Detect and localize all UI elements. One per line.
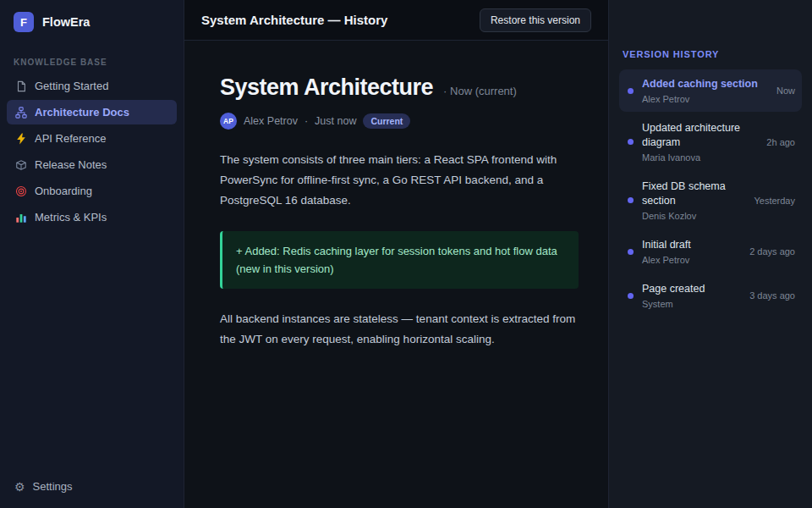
brand: F FlowEra	[0, 0, 184, 46]
avatar: AP	[220, 113, 237, 130]
app-logo: F	[14, 12, 34, 32]
sidebar-item-label: Onboarding	[35, 185, 92, 197]
app-name: FlowEra	[42, 15, 90, 29]
version-title: Page created	[642, 282, 741, 296]
box-icon	[14, 159, 27, 171]
target-icon	[14, 185, 27, 197]
version-title: Initial draft	[642, 238, 741, 252]
author-name: Alex Petrov	[244, 115, 298, 127]
version-history-list: Added caching section Alex Petrov Now Up…	[619, 69, 802, 317]
sidebar-item-release-notes[interactable]: Release Notes	[7, 152, 177, 177]
sidebar-item-label: Release Notes	[35, 158, 107, 171]
document-paragraph-1: The system consists of three main tiers:…	[220, 150, 579, 211]
version-author: Denis Kozlov	[642, 211, 745, 221]
main-area: System Architecture — History Restore th…	[184, 0, 608, 508]
document-title-row: System Architecture · Now (current)	[220, 75, 608, 101]
current-version-badge: Current	[363, 113, 410, 129]
sidebar-nav: Getting Started Architecture Docs API Re…	[0, 74, 184, 229]
document-icon	[14, 80, 27, 92]
version-author: Alex Petrov	[642, 94, 768, 104]
version-dot-icon	[628, 249, 634, 255]
version-author: Alex Petrov	[642, 255, 741, 265]
document-title: System Architecture	[220, 75, 433, 101]
version-time: Yesterday	[754, 196, 795, 206]
sidebar-item-label: API Reference	[35, 132, 107, 145]
gear-icon: ⚙	[14, 481, 25, 493]
version-item[interactable]: Fixed DB schema section Denis Kozlov Yes…	[619, 172, 802, 229]
version-history-panel: VERSION HISTORY Added caching section Al…	[608, 0, 812, 508]
version-title: Updated architecture diagram	[642, 121, 758, 150]
document-view: System Architecture · Now (current) AP A…	[184, 41, 608, 508]
page-title: System Architecture — History	[201, 13, 387, 27]
bar-chart-icon	[14, 212, 27, 224]
byline-separator: ·	[304, 115, 308, 127]
version-dot-icon	[628, 293, 634, 299]
sidebar-item-api-reference[interactable]: API Reference	[7, 126, 177, 151]
sidebar-item-label: Architecture Docs	[35, 106, 129, 119]
version-time: Now	[776, 86, 795, 96]
version-title: Fixed DB schema section	[642, 179, 745, 208]
restore-version-button[interactable]: Restore this version	[480, 8, 591, 32]
version-dot-icon	[628, 139, 634, 145]
sidebar-section-label: KNOWLEDGE BASE	[0, 46, 184, 74]
bolt-icon	[14, 133, 27, 145]
sidebar-item-label: Metrics & KPIs	[35, 211, 107, 224]
document-paragraph-2: All backend instances are stateless — te…	[220, 309, 579, 350]
version-dot-icon	[628, 88, 634, 94]
version-item[interactable]: Initial draft Alex Petrov 2 days ago	[619, 230, 802, 273]
version-time: 3 days ago	[749, 290, 795, 301]
version-time: 2 days ago	[749, 246, 795, 257]
version-item[interactable]: Updated architecture diagram Maria Ivano…	[619, 113, 802, 170]
sidebar-item-getting-started[interactable]: Getting Started	[7, 74, 177, 98]
version-title: Added caching section	[642, 77, 768, 91]
settings-label: Settings	[33, 480, 73, 493]
sidebar-item-settings[interactable]: ⚙ Settings	[0, 468, 184, 508]
sidebar-item-label: Getting Started	[35, 80, 108, 92]
version-dot-icon	[628, 197, 634, 203]
sitemap-icon	[14, 107, 27, 119]
sidebar-item-onboarding[interactable]: Onboarding	[7, 179, 177, 203]
document-title-suffix: · Now (current)	[443, 85, 517, 97]
edit-time: Just now	[315, 115, 356, 127]
document-byline: AP Alex Petrov · Just now Current	[220, 113, 608, 130]
left-sidebar: F FlowEra KNOWLEDGE BASE Getting Started…	[0, 0, 184, 508]
version-item[interactable]: Added caching section Alex Petrov Now	[619, 69, 802, 112]
version-item[interactable]: Page created System 3 days ago	[619, 274, 802, 317]
sidebar-item-architecture-docs[interactable]: Architecture Docs	[7, 100, 177, 124]
diff-added-block: + Added: Redis caching layer for session…	[220, 231, 579, 289]
sidebar-item-metrics-kpis[interactable]: Metrics & KPIs	[7, 205, 177, 229]
version-author: System	[642, 299, 741, 309]
sidebar-spacer	[0, 229, 184, 468]
version-author: Maria Ivanova	[642, 152, 758, 163]
top-bar: System Architecture — History Restore th…	[184, 0, 608, 41]
version-time: 2h ago	[766, 137, 795, 147]
version-history-title: VERSION HISTORY	[619, 14, 802, 69]
